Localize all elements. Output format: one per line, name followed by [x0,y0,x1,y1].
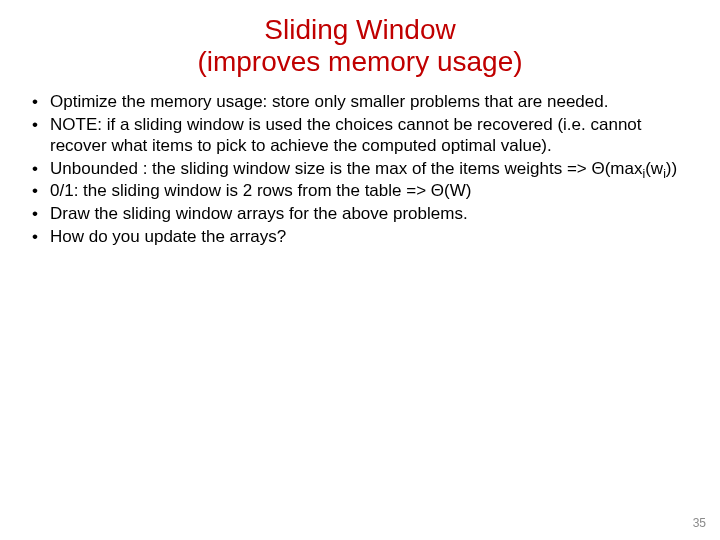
bullet-item: How do you update the arrays? [28,227,692,248]
bullet-item: Draw the sliding window arrays for the a… [28,204,692,225]
title-line-2: (improves memory usage) [197,46,522,77]
slide-title: Sliding Window (improves memory usage) [0,0,720,84]
bullet-text: Draw the sliding window arrays for the a… [50,204,468,223]
bullet-text-mid: (w [645,159,663,178]
bullet-text-post: )) [666,159,677,178]
bullet-item: 0/1: the sliding window is 2 rows from t… [28,181,692,202]
bullet-text-pre: Unbounded : the sliding window size is t… [50,159,642,178]
bullet-item: Unbounded : the sliding window size is t… [28,159,692,180]
slide: Sliding Window (improves memory usage) O… [0,0,720,540]
slide-body: Optimize the memory usage: store only sm… [0,84,720,247]
bullet-text: Optimize the memory usage: store only sm… [50,92,608,111]
bullet-text: NOTE: if a sliding window is used the ch… [50,115,642,155]
bullet-text: 0/1: the sliding window is 2 rows from t… [50,181,471,200]
title-line-1: Sliding Window [264,14,455,45]
bullet-text: How do you update the arrays? [50,227,286,246]
bullet-item: Optimize the memory usage: store only sm… [28,92,692,113]
page-number: 35 [693,516,706,530]
bullet-item: NOTE: if a sliding window is used the ch… [28,115,692,156]
bullet-list: Optimize the memory usage: store only sm… [28,92,692,247]
